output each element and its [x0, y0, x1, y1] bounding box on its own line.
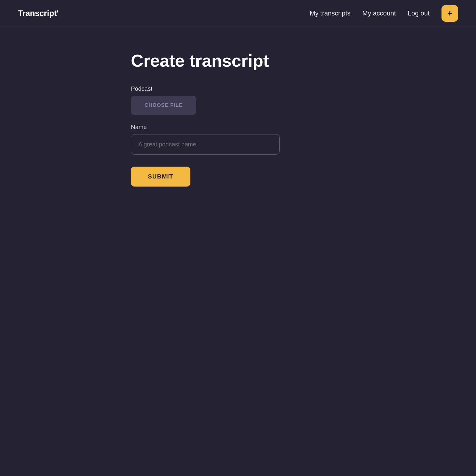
new-transcript-button[interactable]: + [441, 5, 458, 22]
submit-button[interactable]: SUBMIT [131, 167, 190, 187]
podcast-field-group: Podcast CHOOSE FILE [131, 85, 280, 115]
nav-my-transcripts[interactable]: My transcripts [310, 10, 350, 17]
main-content: Create transcript Podcast CHOOSE FILE Na… [0, 27, 476, 187]
app-logo: Transcript' [18, 9, 59, 18]
choose-file-button[interactable]: CHOOSE FILE [131, 96, 196, 115]
navbar: Transcript' My transcripts My account Lo… [0, 0, 476, 27]
name-field-group: Name [131, 124, 280, 155]
podcast-label: Podcast [131, 85, 280, 92]
name-input[interactable] [131, 134, 280, 155]
nav-log-out[interactable]: Log out [408, 10, 430, 17]
create-transcript-form: Podcast CHOOSE FILE Name SUBMIT [131, 85, 280, 187]
nav-links: My transcripts My account Log out + [310, 5, 458, 22]
name-label: Name [131, 124, 280, 131]
page-title: Create transcript [131, 51, 269, 71]
nav-my-account[interactable]: My account [362, 10, 396, 17]
